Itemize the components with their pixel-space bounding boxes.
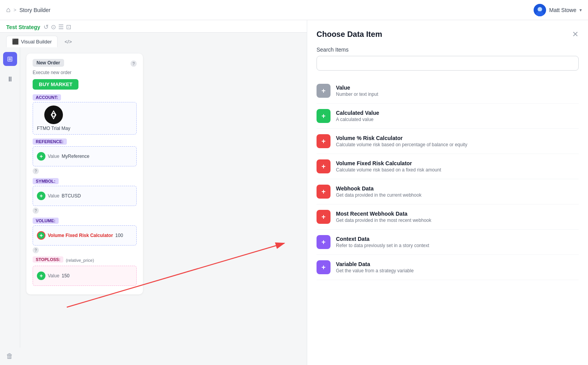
- node-header: New Order ?: [33, 59, 137, 67]
- field-account: ACCOUNT: FTMO Trial M: [33, 93, 137, 135]
- strategy-name: Test Strategy: [6, 24, 40, 30]
- value-icon: +: [317, 84, 331, 98]
- undo-icon[interactable]: ↺: [43, 23, 49, 31]
- list-item-calculated-value[interactable]: + Calculated Value A calculated value: [317, 104, 579, 129]
- calculated-value-desc: A calculated value: [336, 117, 579, 122]
- grid-icon[interactable]: ⊡: [66, 23, 71, 31]
- list-item-most-recent-webhook[interactable]: + Most Recent Webhook Data Get data prov…: [317, 204, 579, 230]
- volume-fixed-risk-desc: Calculate volume risk based on a fixed r…: [336, 167, 579, 173]
- volume-pct-risk-name: Volume % Risk Calculator: [336, 135, 579, 141]
- left-panel: Test Strategy ↺ ⊙ ☰ ⊡ ⬛ Visual Builder <…: [0, 20, 307, 365]
- sidebar-icon-pause[interactable]: ⏸: [3, 72, 17, 86]
- strategy-header: Test Strategy ↺ ⊙ ☰ ⊡: [0, 20, 307, 33]
- list-item-variable-data[interactable]: + Variable Data Get the value from a str…: [317, 255, 579, 280]
- trash-icon[interactable]: 🗑: [6, 352, 13, 360]
- node-subtitle: Execute new order: [33, 70, 137, 75]
- data-items-list: + Value Number or text input + Calculate…: [317, 78, 579, 280]
- symbol-value-label: Value: [48, 193, 59, 199]
- node-title: New Order: [33, 59, 64, 67]
- symbol-chip: + Value BTCUSD: [37, 192, 81, 200]
- canvas-area[interactable]: New Order ? Execute new order BUY MARKET…: [20, 47, 307, 348]
- variable-data-icon: +: [317, 260, 331, 274]
- volume-help-icon[interactable]: ?: [33, 247, 39, 253]
- field-symbol: SYMBOL: + Value BTCUSD ?: [33, 177, 137, 214]
- account-logo: [44, 106, 63, 124]
- account-name: FTMO Trial May: [37, 126, 70, 131]
- field-box-account: FTMO Trial May: [33, 102, 137, 135]
- stoploss-plus-icon[interactable]: +: [37, 272, 45, 280]
- volume-plus-icon[interactable]: +: [37, 231, 45, 240]
- nav-right: Matt Stowe ▾: [534, 4, 582, 16]
- variable-data-name: Variable Data: [336, 261, 579, 267]
- node-card: New Order ? Execute new order BUY MARKET…: [26, 54, 143, 294]
- field-label-reference: REFERENCE:: [33, 138, 67, 145]
- canvas-wrapper: ⊞ ⏸ New Order ? Execute new order BUY MA…: [0, 47, 307, 348]
- list-item-webhook-data[interactable]: + Webhook Data Get data provided in the …: [317, 179, 579, 204]
- context-data-info: Context Data Refer to data previously se…: [336, 236, 579, 248]
- volume-pct-risk-icon: +: [317, 134, 331, 148]
- most-recent-webhook-desc: Get data provided in the most recent web…: [336, 218, 579, 223]
- breadcrumb-sep: >: [14, 7, 16, 13]
- variable-data-desc: Get the value from a strategy variable: [336, 268, 579, 273]
- field-label-volume: VOLUME:: [33, 218, 59, 224]
- visual-builder-label: Visual Builder: [21, 39, 52, 45]
- volume-fixed-risk-icon: +: [317, 159, 331, 173]
- top-nav: ⌂ > Story Builder Matt Stowe ▾: [0, 0, 588, 20]
- volume-calculator-text: Volume Fixed Risk Calculator: [48, 233, 113, 238]
- most-recent-webhook-info: Most Recent Webhook Data Get data provid…: [336, 211, 579, 223]
- field-box-stoploss: + Value 150: [33, 266, 137, 286]
- buy-market-button[interactable]: BUY MARKET: [33, 79, 78, 90]
- list-icon[interactable]: ☰: [58, 23, 64, 31]
- volume-fixed-risk-name: Volume Fixed Risk Calculator: [336, 160, 579, 166]
- visual-builder-icon: ⬛: [12, 38, 19, 45]
- right-panel: Choose Data Item ✕ Search Items + Value …: [307, 20, 588, 365]
- search-input[interactable]: [317, 56, 579, 71]
- breadcrumb-app-name: Story Builder: [19, 7, 50, 13]
- list-item-context-data[interactable]: + Context Data Refer to data previously …: [317, 230, 579, 255]
- context-data-name: Context Data: [336, 236, 579, 242]
- account-column: FTMO Trial May: [37, 106, 70, 131]
- volume-pct-risk-info: Volume % Risk Calculator Calculate volum…: [336, 135, 579, 147]
- user-avatar: [534, 4, 546, 16]
- toolbar-icons: ↺ ⊙ ☰ ⊡: [43, 23, 71, 31]
- calculated-value-icon: +: [317, 109, 331, 123]
- value-name: Value: [336, 85, 579, 91]
- calculated-value-info: Calculated Value A calculated value: [336, 110, 579, 122]
- reference-chip: + Value MyReference: [37, 152, 89, 161]
- help-icon[interactable]: ?: [130, 61, 137, 67]
- stoploss-suffix: (relative_price): [66, 258, 94, 263]
- reference-value-label: Value: [48, 154, 59, 159]
- volume-chip: + Volume Fixed Risk Calculator 100: [37, 231, 123, 240]
- value-desc: Number or text input: [336, 92, 579, 97]
- tab-code[interactable]: </>: [59, 36, 77, 47]
- symbol-help-icon[interactable]: ?: [33, 208, 39, 214]
- webhook-data-icon: +: [317, 185, 331, 199]
- home-icon[interactable]: ⌂: [6, 6, 10, 14]
- bottom-toolbar: 🗑: [0, 348, 307, 365]
- webhook-data-desc: Get data provided in the current webhook: [336, 192, 579, 198]
- redo-icon[interactable]: ⊙: [51, 23, 56, 31]
- tab-visual-builder[interactable]: ⬛ Visual Builder: [6, 36, 57, 47]
- close-button[interactable]: ✕: [572, 29, 579, 39]
- field-box-reference: + Value MyReference: [33, 146, 137, 166]
- field-box-symbol: + Value BTCUSD: [33, 186, 137, 206]
- chevron-down-icon[interactable]: ▾: [579, 7, 582, 13]
- search-label: Search Items: [317, 47, 579, 53]
- reference-plus-icon[interactable]: +: [37, 152, 45, 161]
- volume-pct-risk-desc: Calculate volume risk based on percentag…: [336, 142, 579, 147]
- volume-fixed-risk-info: Volume Fixed Risk Calculator Calculate v…: [336, 160, 579, 173]
- symbol-plus-icon[interactable]: +: [37, 192, 45, 200]
- context-data-desc: Refer to data previously set in a story …: [336, 243, 579, 248]
- code-icon: </>: [64, 39, 72, 45]
- sidebar-icon-grid[interactable]: ⊞: [3, 52, 17, 66]
- svg-point-3: [538, 7, 542, 11]
- list-item-value[interactable]: + Value Number or text input: [317, 78, 579, 104]
- value-info: Value Number or text input: [336, 85, 579, 97]
- user-name: Matt Stowe: [549, 7, 576, 13]
- field-box-volume: + Volume Fixed Risk Calculator 100: [33, 225, 137, 246]
- variable-data-info: Variable Data Get the value from a strat…: [336, 261, 579, 273]
- reference-help-icon[interactable]: ?: [33, 168, 39, 174]
- list-item-volume-pct-risk[interactable]: + Volume % Risk Calculator Calculate vol…: [317, 129, 579, 154]
- list-item-volume-fixed-risk[interactable]: + Volume Fixed Risk Calculator Calculate…: [317, 154, 579, 179]
- nav-left: ⌂ > Story Builder: [6, 6, 50, 14]
